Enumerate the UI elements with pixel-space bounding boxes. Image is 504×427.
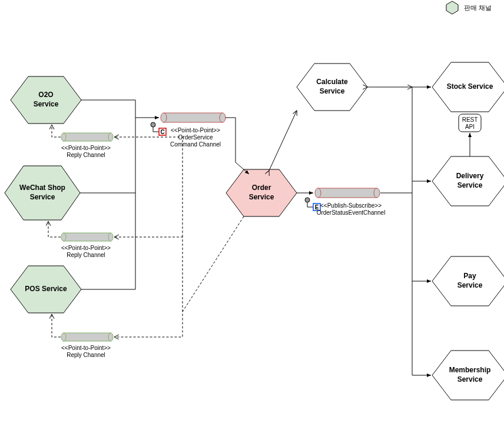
svg-point-56 (61, 233, 66, 241)
order-calculate-link (269, 111, 297, 171)
svg-text:Service: Service (320, 87, 345, 95)
svg-text:Calculate: Calculate (316, 78, 348, 86)
svg-text:O2O: O2O (38, 91, 53, 99)
calculate-service-hex: Calculate Service (297, 64, 367, 111)
svg-text:API: API (465, 124, 475, 130)
event-channel-cylinder: E <<Publish-Subscribe>> OrderStatusEvent… (305, 188, 385, 216)
membership-service-hex: Membership Service (432, 351, 504, 400)
svg-text:Membership: Membership (449, 366, 491, 374)
svg-text:Reply Channel: Reply Channel (67, 152, 105, 158)
svg-point-61 (61, 333, 66, 341)
reply3-to-pos (52, 314, 61, 337)
svg-text:OrderStatusEventChannel: OrderStatusEventChannel (317, 209, 386, 216)
legend-label: 판매 채널 (464, 4, 492, 11)
wechat-shop-service-hex: WeChat Shop Service (5, 166, 80, 220)
svg-point-41 (315, 188, 321, 198)
event-to-pay (412, 193, 431, 281)
svg-text:Delivery: Delivery (456, 172, 484, 180)
svg-text:Order: Order (252, 184, 271, 192)
svg-text:POS Service: POS Service (25, 285, 67, 293)
svg-text:<<Point-to-Point>>: <<Point-to-Point>> (61, 345, 111, 351)
rest-api: REST API (459, 114, 481, 132)
command-channel-cylinder: C <<Point-to-Point>> OrderService Comman… (151, 113, 226, 148)
event-to-stock (380, 87, 431, 193)
stock-service-hex: Stock Service (432, 62, 504, 112)
command-to-order (226, 118, 249, 174)
order-to-reply2 (114, 237, 183, 312)
pos-service-hex: POS Service (11, 266, 81, 313)
order-to-reply1 (114, 137, 183, 237)
order-to-reply3 (114, 216, 244, 337)
svg-rect-40 (318, 188, 377, 198)
svg-text:Service: Service (34, 100, 59, 108)
svg-text:<<Point-to-Point>>: <<Point-to-Point>> (61, 245, 111, 251)
event-to-membership (412, 281, 431, 375)
reply2-to-wechat (48, 221, 61, 237)
svg-text:Service: Service (30, 193, 55, 201)
architecture-diagram: 판매 채널 O2O Service WeChat Shop Service PO… (0, 0, 504, 427)
svg-point-43 (305, 198, 310, 202)
svg-text:Service: Service (457, 181, 483, 189)
svg-point-30 (161, 113, 167, 122)
svg-point-42 (374, 188, 380, 198)
svg-point-62 (108, 333, 113, 341)
order-service-hex: Order Service (226, 169, 297, 216)
reply-channel-3: <<Point-to-Point>> Reply Channel (61, 333, 113, 358)
svg-point-52 (108, 133, 113, 141)
reply-channel-2: <<Point-to-Point>> Reply Channel (61, 233, 113, 258)
svg-rect-50 (64, 133, 111, 141)
svg-point-51 (61, 133, 66, 141)
reply1-to-o2o (52, 125, 61, 137)
svg-text:OrderService: OrderService (178, 134, 213, 141)
svg-text:Stock Service: Stock Service (447, 82, 493, 91)
delivery-service-hex: Delivery Service (432, 156, 504, 206)
svg-text:<<Point-to-Point>>: <<Point-to-Point>> (171, 127, 220, 134)
legend: 판매 채널 (446, 1, 492, 14)
svg-rect-55 (64, 233, 111, 241)
svg-text:<<Publish-Subscribe>>: <<Publish-Subscribe>> (320, 202, 382, 209)
svg-point-32 (151, 122, 155, 127)
svg-text:Command Channel: Command Channel (170, 141, 221, 148)
svg-text:Pay: Pay (463, 272, 476, 280)
svg-text:WeChat Shop: WeChat Shop (19, 184, 65, 192)
svg-text:C: C (160, 129, 164, 135)
svg-text:Service: Service (457, 375, 483, 383)
svg-text:REST: REST (462, 116, 478, 123)
svg-rect-60 (64, 333, 111, 341)
reply-channel-1: <<Point-to-Point>> Reply Channel (61, 133, 113, 158)
svg-point-57 (108, 233, 113, 241)
svg-rect-29 (164, 113, 223, 122)
svg-marker-0 (446, 1, 458, 14)
pay-service-hex: Pay Service (432, 256, 504, 306)
svg-point-31 (220, 113, 226, 122)
svg-text:Service: Service (249, 193, 274, 201)
o2o-service-hex: O2O Service (11, 76, 81, 124)
bus-left (81, 100, 135, 289)
svg-text:Reply Channel: Reply Channel (67, 352, 105, 358)
svg-text:<<Point-to-Point>>: <<Point-to-Point>> (61, 145, 111, 151)
svg-text:Reply Channel: Reply Channel (67, 252, 105, 258)
svg-text:Service: Service (457, 281, 483, 289)
